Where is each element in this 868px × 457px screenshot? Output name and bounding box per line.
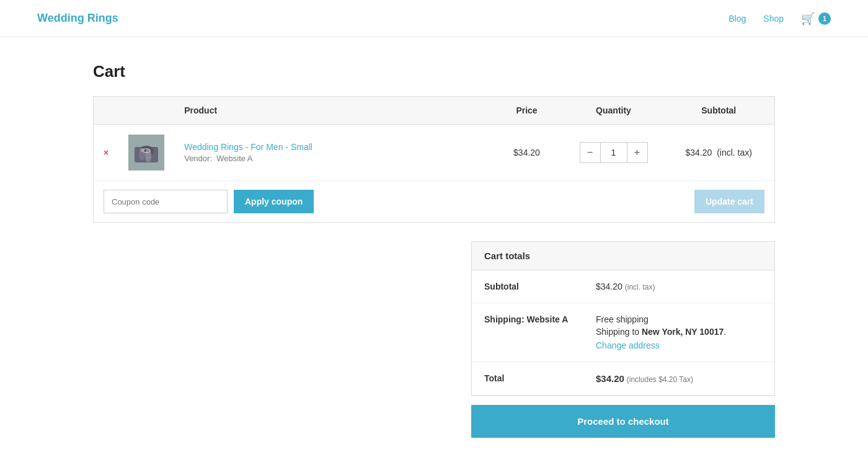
totals-total-value: $34.20 (includes $4.20 Tax) bbox=[596, 373, 762, 384]
product-quantity-cell: − + bbox=[564, 125, 663, 181]
table-row: × bbox=[94, 125, 775, 181]
main-nav: Blog Shop 🛒 1 bbox=[728, 12, 831, 25]
site-header: Wedding Rings Blog Shop 🛒 1 bbox=[0, 0, 868, 37]
product-price: $34.20 bbox=[513, 148, 540, 158]
cart-totals-box: Cart totals Subtotal $34.20 (incl. tax) … bbox=[471, 241, 775, 396]
coupon-input[interactable] bbox=[104, 190, 228, 213]
product-price-cell: $34.20 bbox=[490, 125, 564, 181]
totals-subtotal-value: $34.20 (incl. tax) bbox=[596, 282, 762, 291]
col-header-quantity: Quantity bbox=[564, 97, 663, 125]
col-header-remove bbox=[94, 97, 119, 125]
totals-subtotal-label: Subtotal bbox=[484, 282, 583, 291]
site-logo[interactable]: Wedding Rings bbox=[37, 12, 118, 25]
svg-rect-5 bbox=[140, 148, 144, 152]
quantity-increase-button[interactable]: + bbox=[627, 143, 647, 162]
remove-item-button[interactable]: × bbox=[104, 148, 108, 158]
shipping-to-text: Shipping to New York, NY 10017. bbox=[596, 327, 762, 337]
change-address-link[interactable]: Change address bbox=[596, 340, 762, 350]
shipping-location: New York, NY 10017 bbox=[642, 327, 724, 337]
update-cart-button[interactable]: Update cart bbox=[694, 190, 764, 213]
remove-cell: × bbox=[94, 125, 119, 181]
coupon-row: Apply coupon Update cart bbox=[93, 181, 775, 223]
col-header-product: Product bbox=[174, 97, 489, 125]
coupon-left: Apply coupon bbox=[104, 190, 314, 213]
totals-total-label: Total bbox=[484, 373, 583, 383]
product-subtotal-cell: $34.20 (incl. tax) bbox=[663, 125, 775, 181]
totals-subtotal-row: Subtotal $34.20 (incl. tax) bbox=[472, 270, 774, 303]
totals-shipping-label: Shipping: Website A bbox=[484, 314, 583, 324]
product-image-cell bbox=[118, 125, 174, 181]
col-header-subtotal: Subtotal bbox=[663, 97, 775, 125]
cart-table: Product Price Quantity Subtotal × bbox=[93, 96, 775, 181]
col-header-image bbox=[118, 97, 174, 125]
totals-shipping-value: Free shipping Shipping to New York, NY 1… bbox=[596, 314, 762, 350]
page-title: Cart bbox=[93, 62, 775, 81]
cart-totals-section: Cart totals Subtotal $34.20 (incl. tax) … bbox=[471, 241, 775, 438]
cart-icon-wrapper[interactable]: 🛒 1 bbox=[801, 12, 831, 25]
total-tax-note: (includes $4.20 Tax) bbox=[627, 375, 693, 384]
cart-icon: 🛒 bbox=[801, 12, 815, 25]
product-subtotal: $34.20 bbox=[686, 148, 712, 158]
totals-shipping-row: Shipping: Website A Free shipping Shippi… bbox=[472, 303, 774, 362]
nav-blog[interactable]: Blog bbox=[728, 14, 746, 24]
totals-total-row: Total $34.20 (includes $4.20 Tax) bbox=[472, 362, 774, 396]
checkout-section: Proceed to checkout bbox=[471, 405, 775, 438]
cart-bottom: Cart totals Subtotal $34.20 (incl. tax) … bbox=[93, 241, 775, 438]
quantity-input[interactable] bbox=[600, 143, 627, 162]
checkout-btn-wrapper: Proceed to checkout bbox=[471, 405, 775, 438]
product-name-link[interactable]: Wedding Rings - For Men - Small bbox=[184, 142, 312, 152]
cart-totals-title: Cart totals bbox=[472, 242, 774, 270]
apply-coupon-button[interactable]: Apply coupon bbox=[234, 190, 314, 213]
product-image bbox=[128, 135, 164, 171]
free-shipping-text: Free shipping bbox=[596, 314, 762, 324]
subtotal-tax-note: (incl. tax) bbox=[717, 148, 752, 158]
product-vendor: Vendor: Website A bbox=[184, 154, 479, 163]
nav-shop[interactable]: Shop bbox=[763, 14, 784, 24]
col-header-price: Price bbox=[490, 97, 564, 125]
quantity-decrease-button[interactable]: − bbox=[580, 143, 600, 162]
cart-badge: 1 bbox=[818, 12, 831, 25]
proceed-to-checkout-button[interactable]: Proceed to checkout bbox=[471, 405, 775, 438]
quantity-stepper: − + bbox=[580, 142, 648, 163]
product-info-cell: Wedding Rings - For Men - Small Vendor: … bbox=[174, 125, 489, 181]
total-amount: $34.20 bbox=[596, 373, 624, 384]
totals-subtotal-tax: (incl. tax) bbox=[625, 283, 655, 291]
